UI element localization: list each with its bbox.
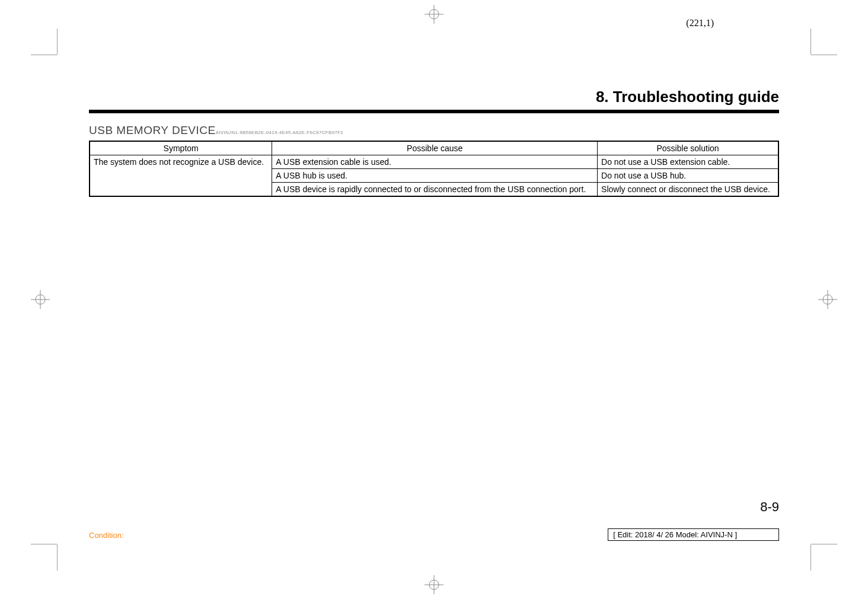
- crop-mark: [811, 544, 837, 544]
- cell-solution: Do not use a USB hub.: [598, 169, 778, 183]
- cell-cause: A USB device is rapidly connected to or …: [272, 183, 598, 197]
- section-header: USB MEMORY DEVICE AIVINJN1-9B58EB2E-0419…: [89, 124, 779, 138]
- page-number: 8-9: [760, 499, 779, 515]
- page-content: 8. Troubleshooting guide USB MEMORY DEVI…: [89, 88, 779, 540]
- cell-cause: A USB extension cable is used.: [272, 155, 598, 169]
- crop-mark: [31, 544, 57, 544]
- chapter-title: 8. Troubleshooting guide: [89, 88, 779, 106]
- registration-mark-icon: [425, 575, 443, 594]
- registration-mark-icon: [425, 5, 443, 24]
- cell-symptom: The system does not recognize a USB devi…: [90, 155, 272, 197]
- crop-mark: [57, 28, 58, 55]
- col-symptom: Symptom: [90, 141, 272, 155]
- section-title: USB MEMORY DEVICE: [89, 124, 216, 137]
- table-row: The system does not recognize a USB devi…: [90, 155, 778, 169]
- cell-solution: Do not use a USB extension cable.: [598, 155, 778, 169]
- table-header-row: Symptom Possible cause Possible solution: [90, 141, 778, 155]
- col-cause: Possible cause: [272, 141, 598, 155]
- section-id: AIVINJN1-9B58EB2E-0419-4E45-A82E-F6C87CF…: [216, 130, 343, 135]
- title-rule: [89, 110, 779, 113]
- cell-cause: A USB hub is used.: [272, 169, 598, 183]
- col-solution: Possible solution: [598, 141, 778, 155]
- footer-condition: Condition:: [89, 531, 124, 540]
- crop-mark: [57, 544, 58, 571]
- cell-solution: Slowly connect or disconnect the USB dev…: [598, 183, 778, 197]
- troubleshooting-table: Symptom Possible cause Possible solution…: [89, 141, 779, 197]
- footer-edit-info: [ Edit: 2018/ 4/ 26 Model: AIVINJ-N ]: [608, 528, 779, 541]
- crop-mark: [31, 55, 57, 55]
- crop-mark: [810, 28, 811, 55]
- crop-mark: [811, 55, 837, 55]
- page-coordinate: (221,1): [686, 18, 714, 28]
- registration-mark-icon: [31, 290, 50, 309]
- crop-mark: [810, 544, 811, 571]
- registration-mark-icon: [818, 290, 837, 309]
